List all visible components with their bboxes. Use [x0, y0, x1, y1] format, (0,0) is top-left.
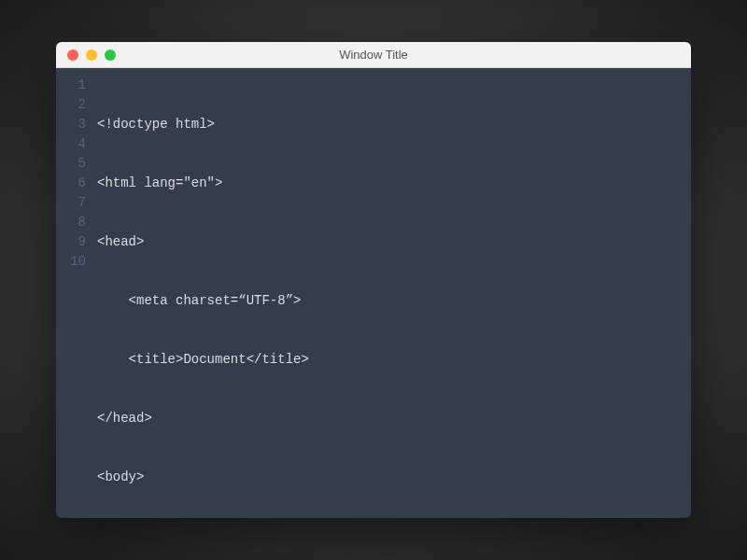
- line-number: 8: [56, 213, 86, 232]
- window-title: Window Title: [56, 48, 691, 62]
- code-line[interactable]: <body>: [97, 468, 691, 487]
- minimize-icon[interactable]: [86, 49, 97, 61]
- code-line[interactable]: </head>: [97, 409, 691, 428]
- code-content[interactable]: <!doctype html> <html lang="en"> <head> …: [97, 76, 691, 518]
- titlebar[interactable]: Window Title: [56, 42, 691, 68]
- maximize-icon[interactable]: [105, 49, 116, 61]
- code-line[interactable]: <meta charset=“UTF-8”>: [97, 291, 691, 311]
- close-icon[interactable]: [67, 49, 78, 61]
- code-line[interactable]: <title>Document</title>: [97, 350, 691, 370]
- line-number: 7: [56, 193, 86, 213]
- code-line[interactable]: <html lang="en">: [97, 174, 691, 193]
- line-number: 10: [56, 252, 86, 272]
- line-number: 5: [56, 154, 86, 174]
- code-line[interactable]: <!doctype html>: [97, 115, 691, 134]
- editor-window: Window Title 1 2 3 4 5 6 7 8 9 10 <!doct…: [56, 42, 691, 518]
- line-number: 2: [56, 95, 86, 115]
- traffic-lights: [56, 49, 116, 61]
- line-number: 4: [56, 134, 86, 154]
- code-editor[interactable]: 1 2 3 4 5 6 7 8 9 10 <!doctype html> <ht…: [56, 68, 691, 518]
- code-line[interactable]: <head>: [97, 232, 691, 252]
- line-number-gutter: 1 2 3 4 5 6 7 8 9 10: [56, 76, 97, 518]
- line-number: 6: [56, 174, 86, 193]
- line-number: 3: [56, 115, 86, 134]
- line-number: 1: [56, 76, 86, 95]
- line-number: 9: [56, 232, 86, 252]
